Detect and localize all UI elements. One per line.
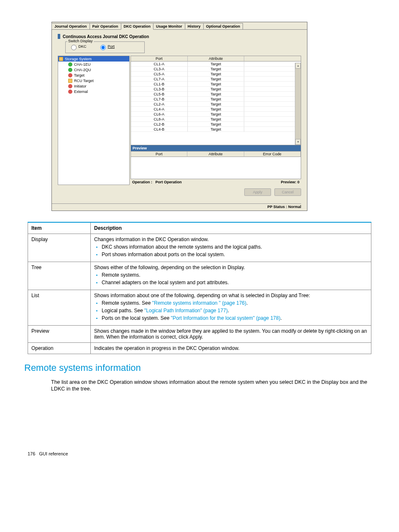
table-cell: Target xyxy=(188,107,245,112)
port-table[interactable]: Port Attribute CL1-ATargetCL3-ATargetCL5… xyxy=(130,56,301,145)
scroll-thumb[interactable] xyxy=(295,69,301,139)
col-attribute[interactable]: Attribute xyxy=(188,56,245,62)
tree-item[interactable]: External xyxy=(58,89,129,94)
tree-root-label: Storage System xyxy=(65,57,92,61)
table-row[interactable]: CL5-BTarget xyxy=(131,92,301,97)
table-row[interactable]: CL7-BTarget xyxy=(131,97,301,102)
switch-display-legend: Switch Display xyxy=(67,39,94,43)
desc-bullet: Channel adapters on the local system and… xyxy=(102,280,368,285)
tree-item-label: RCU Target xyxy=(74,79,94,83)
tree-root[interactable]: Storage System xyxy=(58,56,129,62)
section-heading: Remote systems information xyxy=(24,362,371,373)
section-body: The list area on the DKC Operation windo… xyxy=(51,379,371,393)
table-row[interactable]: CL3-BTarget xyxy=(131,87,301,92)
table-cell xyxy=(244,97,301,102)
preview-col-port: Port xyxy=(131,152,187,157)
table-cell: CL2-A xyxy=(131,102,188,107)
radio-dkc-label: DKC xyxy=(79,44,87,49)
table-row[interactable]: CL6-ATarget xyxy=(131,112,301,117)
panel-title: Continuous Access Journal DKC Operation xyxy=(58,34,307,39)
table-cell xyxy=(244,122,301,127)
table-row[interactable]: CL3-ATarget xyxy=(131,67,301,72)
desc-item: Operation xyxy=(28,343,91,354)
desc-header-description: Description xyxy=(91,222,371,234)
preview-col-error: Error Code xyxy=(244,152,301,157)
desc-bullet: Remote systems. See "Remote systems info… xyxy=(102,300,368,306)
table-cell xyxy=(244,82,301,87)
folder-icon xyxy=(59,57,63,61)
col-blank xyxy=(244,56,301,62)
page-footer: 176 GUI reference xyxy=(28,451,371,456)
rcu-icon xyxy=(68,79,72,83)
tab-dkc-operation[interactable]: DKC Operation xyxy=(121,23,154,30)
table-cell: CL1-B xyxy=(131,82,188,87)
radio-dkc[interactable]: DKC xyxy=(69,44,87,49)
tree-item[interactable]: CHA-1EU xyxy=(58,62,129,67)
table-row[interactable]: CL4-BTarget xyxy=(131,127,301,132)
desc-bullet: Logical paths. See "Logical Path Informa… xyxy=(102,308,368,314)
link-logical-path[interactable]: "Logical Path Information" (page 177) xyxy=(144,308,228,314)
apply-button[interactable]: Apply xyxy=(244,188,271,196)
tab-pair-operation[interactable]: Pair Operation xyxy=(90,23,121,29)
desc-item: Display xyxy=(28,234,91,262)
tab-bar: Journal Operation Pair Operation DKC Ope… xyxy=(52,22,307,30)
scroll-up-icon[interactable]: ▴ xyxy=(295,63,301,69)
tab-journal-operation[interactable]: Journal Operation xyxy=(51,23,90,29)
pp-status: PP Status : Normal xyxy=(52,203,301,209)
tree-item[interactable]: RCU Target xyxy=(58,78,129,83)
table-cell: CL4-A xyxy=(131,107,188,112)
table-row[interactable]: CL4-ATarget xyxy=(131,107,301,112)
table-cell: Target xyxy=(188,62,245,67)
tree-item[interactable]: Target xyxy=(58,72,129,78)
tree-item-label: Target xyxy=(74,73,84,77)
radio-port[interactable]: Port xyxy=(98,44,115,49)
table-row[interactable]: CL2-BTarget xyxy=(131,122,301,127)
table-cell xyxy=(244,62,301,67)
desc-header-item: Item xyxy=(28,222,91,234)
table-cell: Target xyxy=(188,92,245,97)
tree-item-label: CHA-1EU xyxy=(74,62,91,67)
table-cell: Target xyxy=(188,117,245,122)
operation-status: Operation : Port Operation xyxy=(132,180,182,184)
tab-usage-monitor[interactable]: Usage Monitor xyxy=(153,23,185,29)
tree-item-label: CHA-2QU xyxy=(74,68,91,72)
table-cell: CL5-B xyxy=(131,92,188,97)
table-row[interactable]: CL1-ATarget xyxy=(131,62,301,67)
tab-history[interactable]: History xyxy=(185,23,204,29)
link-remote-systems[interactable]: "Remote systems information " (page 176) xyxy=(152,300,246,306)
switch-display-group: Switch Display DKC Port xyxy=(65,41,145,53)
tree-item[interactable]: Initiator xyxy=(58,83,129,89)
desc-text: Shows either of the following, depending… xyxy=(91,262,371,290)
table-cell xyxy=(244,102,301,107)
table-cell xyxy=(244,112,301,117)
cancel-button[interactable]: Cancel xyxy=(274,188,301,196)
dkc-operation-screenshot: Journal Operation Pair Operation DKC Ope… xyxy=(51,22,307,211)
preview-col-attribute: Attribute xyxy=(187,152,244,157)
table-row[interactable]: CL2-ATarget xyxy=(131,102,301,107)
target-icon xyxy=(68,73,72,77)
table-row[interactable]: CL5-ATarget xyxy=(131,72,301,77)
table-row[interactable]: CL1-BTarget xyxy=(131,82,301,87)
table-cell: Target xyxy=(188,122,245,127)
table-cell xyxy=(244,87,301,92)
table-cell: Target xyxy=(188,77,245,82)
scroll-down-icon[interactable]: ▾ xyxy=(295,139,301,145)
link-port-info[interactable]: "Port Information for the local system" … xyxy=(171,315,280,321)
table-cell xyxy=(244,92,301,97)
table-row[interactable]: CL8-ATarget xyxy=(131,117,301,122)
adapter-icon xyxy=(68,62,72,67)
desc-text: Changes information in the DKC Operation… xyxy=(91,234,371,262)
table-row[interactable]: CL7-ATarget xyxy=(131,77,301,82)
scrollbar[interactable]: ▴ ▾ xyxy=(295,63,301,145)
table-cell: Target xyxy=(188,67,245,72)
tree-panel[interactable]: Storage System CHA-1EU CHA-2QU Target RC… xyxy=(58,56,130,185)
table-cell xyxy=(244,117,301,122)
col-port[interactable]: Port xyxy=(131,56,188,62)
tree-item[interactable]: CHA-2QU xyxy=(58,67,129,72)
table-cell xyxy=(244,127,301,132)
preview-table[interactable]: Port Attribute Error Code xyxy=(130,152,301,179)
table-cell xyxy=(244,77,301,82)
tab-optional-operation[interactable]: Optional Operation xyxy=(203,23,243,29)
tree-item-label: External xyxy=(74,90,88,94)
table-cell: Target xyxy=(188,72,245,77)
